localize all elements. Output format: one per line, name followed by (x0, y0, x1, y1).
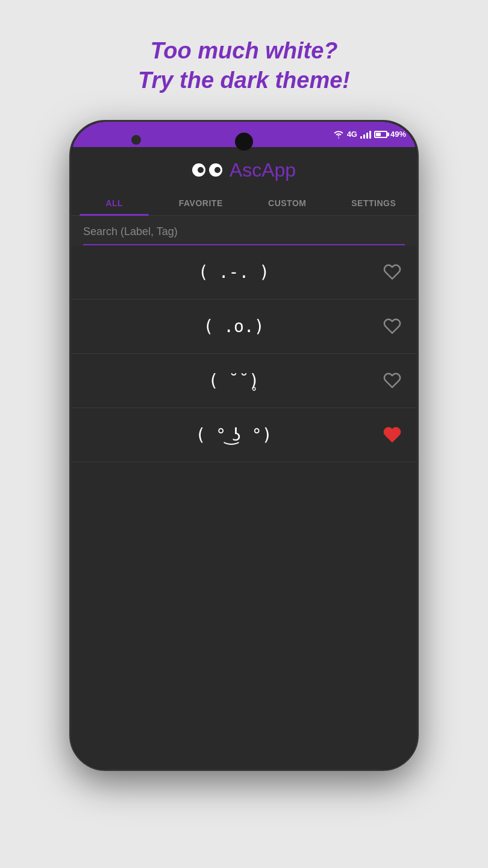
app-name: AscApp (230, 159, 296, 181)
search-input-wrap (83, 225, 405, 245)
headline-text: Too much white? Try the dark theme! (138, 36, 350, 96)
battery-icon (374, 131, 387, 138)
emote-text: ( .-. ) (86, 262, 382, 282)
signal-bars-icon (360, 130, 371, 139)
network-label: 4G (347, 130, 357, 139)
app-header: AscApp ALL FAVORITE CUSTOM SETTINGS (71, 147, 417, 216)
emote-item[interactable]: ( .o.) (71, 300, 417, 354)
app-logo (192, 163, 222, 177)
emote-item[interactable]: ( ˘˘̥) (71, 354, 417, 408)
favorite-button[interactable] (382, 316, 402, 336)
emote-text: ( ° ͜ʖ °) (86, 425, 382, 445)
tab-all[interactable]: ALL (71, 191, 158, 215)
search-input[interactable] (83, 225, 405, 238)
volume-button (417, 242, 419, 278)
favorite-button[interactable] (382, 370, 402, 391)
favorite-button[interactable] (382, 262, 402, 282)
svg-point-0 (338, 137, 339, 139)
tab-settings[interactable]: SETTINGS (331, 191, 418, 215)
tab-bar: ALL FAVORITE CUSTOM SETTINGS (71, 191, 417, 216)
wifi-icon (333, 130, 344, 139)
search-container (71, 216, 417, 245)
phone-screen: 4G 49% (71, 122, 417, 769)
emote-list: ( .-. ) ( .o.) ( ˘˘̥) (71, 245, 417, 769)
tab-favorite[interactable]: FAVORITE (158, 191, 245, 215)
emote-item[interactable]: ( ° ͜ʖ °) (71, 408, 417, 462)
emote-text: ( .o.) (86, 316, 382, 336)
app-title: AscApp (71, 159, 417, 191)
emote-item[interactable]: ( .-. ) (71, 245, 417, 300)
battery-label: 49% (390, 130, 406, 139)
promo-headline: Too much white? Try the dark theme! (138, 36, 350, 96)
eye-left-icon (192, 163, 205, 177)
eye-right-icon (209, 163, 222, 177)
emote-text: ( ˘˘̥) (86, 371, 382, 391)
phone-shell: 4G 49% (69, 120, 419, 771)
status-icons: 4G 49% (333, 130, 406, 139)
tab-custom[interactable]: CUSTOM (244, 191, 331, 215)
status-bar: 4G 49% (71, 122, 417, 147)
favorite-button[interactable] (382, 424, 402, 445)
